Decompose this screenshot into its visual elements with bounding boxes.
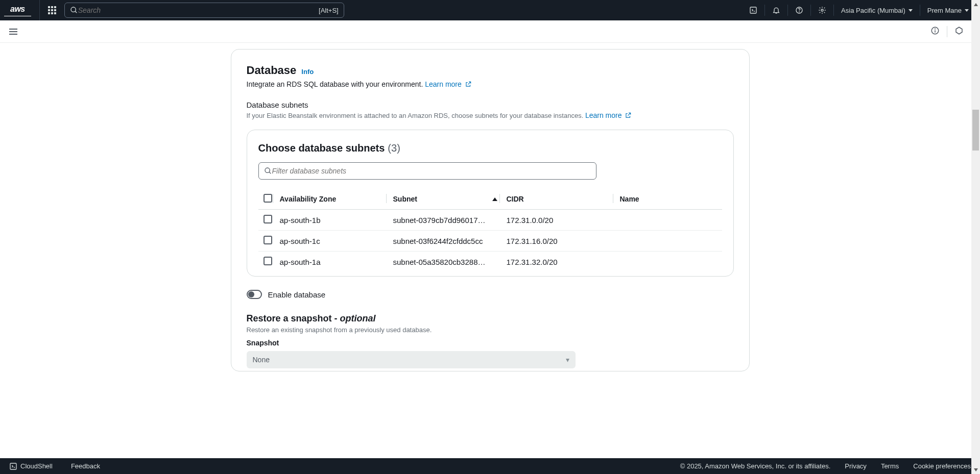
- database-card: Database Info Integrate an RDS SQL datab…: [231, 49, 750, 371]
- notifications-icon[interactable]: [765, 0, 787, 20]
- cell-name: [620, 210, 722, 231]
- terminal-icon: [9, 462, 17, 470]
- cloudshell-icon[interactable]: [742, 0, 764, 20]
- copyright: © 2025, Amazon Web Services, Inc. or its…: [680, 462, 831, 470]
- panel-title: Choose database subnets: [258, 142, 385, 154]
- search-icon: [264, 167, 272, 175]
- privacy-link[interactable]: Privacy: [845, 462, 867, 470]
- vertical-scrollbar[interactable]: [971, 0, 980, 474]
- svg-line-1: [75, 11, 77, 13]
- chevron-down-icon: [965, 9, 969, 12]
- chevron-down-icon: [909, 9, 913, 12]
- snapshot-label: Snapshot: [247, 339, 734, 347]
- svg-marker-10: [956, 27, 962, 34]
- cell-subnet: subnet-03f6244f2cfddc5cc: [393, 231, 507, 252]
- info-icon[interactable]: [923, 26, 947, 37]
- snapshot-select[interactable]: None ▾: [247, 351, 576, 368]
- subnets-learn-more-link[interactable]: Learn more: [585, 111, 622, 119]
- scroll-up-arrow[interactable]: [971, 0, 980, 9]
- choose-subnets-panel: Choose database subnets (3) Availability…: [247, 130, 734, 277]
- subnets-label: Database subnets: [247, 101, 734, 109]
- service-toolbar: [0, 20, 980, 43]
- svg-point-11: [265, 168, 270, 172]
- scrollbar-thumb[interactable]: [972, 110, 979, 151]
- cell-subnet: subnet-05a35820cb3288…: [393, 252, 507, 272]
- col-subnet[interactable]: Subnet: [393, 189, 507, 210]
- row-checkbox[interactable]: [264, 257, 272, 265]
- col-name[interactable]: Name: [620, 189, 722, 210]
- region-selector[interactable]: Asia Pacific (Mumbai): [834, 0, 920, 20]
- col-cidr[interactable]: CIDR: [507, 189, 620, 210]
- cell-name: [620, 252, 722, 272]
- svg-line-12: [269, 172, 271, 173]
- svg-point-5: [799, 12, 800, 12]
- card-title: Database: [247, 64, 297, 77]
- info-link[interactable]: Info: [301, 68, 314, 76]
- table-row: ap-south-1csubnet-03f6244f2cfddc5cc172.3…: [258, 231, 722, 252]
- settings-icon[interactable]: [811, 0, 833, 20]
- snapshot-value: None: [253, 356, 270, 364]
- external-link-icon: [625, 112, 632, 120]
- topnav-right: Asia Pacific (Mumbai) Prem Mane: [742, 0, 976, 20]
- external-link-icon: [465, 81, 472, 89]
- svg-point-6: [821, 9, 823, 11]
- cell-name: [620, 231, 722, 252]
- row-checkbox[interactable]: [264, 236, 272, 244]
- select-all-checkbox[interactable]: [264, 194, 272, 203]
- learn-more-link[interactable]: Learn more: [425, 80, 462, 88]
- search-input[interactable]: [78, 6, 319, 14]
- svg-point-0: [71, 7, 76, 12]
- filter-input-wrap[interactable]: [258, 162, 596, 180]
- cell-az: ap-south-1a: [280, 252, 393, 272]
- filter-input[interactable]: [272, 167, 591, 175]
- subnets-table: Availability Zone Subnet CIDR Name ap-so…: [258, 189, 722, 272]
- row-checkbox[interactable]: [264, 215, 272, 223]
- cookie-preferences-link[interactable]: Cookie preferences: [913, 462, 971, 470]
- svg-point-9: [935, 29, 936, 29]
- svg-marker-15: [974, 3, 978, 6]
- cell-subnet: subnet-0379cb7dd96017…: [393, 210, 507, 231]
- cell-az: ap-south-1c: [280, 231, 393, 252]
- table-row: ap-south-1asubnet-05a35820cb3288…172.31.…: [258, 252, 722, 272]
- cell-cidr: 172.31.32.0/20: [507, 252, 620, 272]
- table-row: ap-south-1bsubnet-0379cb7dd96017…172.31.…: [258, 210, 722, 231]
- sidebar-toggle-icon[interactable]: [9, 29, 17, 35]
- aws-logo[interactable]: aws: [4, 0, 40, 20]
- cell-az: ap-south-1b: [280, 210, 393, 231]
- main-content: Database Info Integrate an RDS SQL datab…: [0, 43, 980, 371]
- enable-database-toggle[interactable]: [247, 290, 262, 299]
- hexagon-icon[interactable]: [947, 26, 971, 37]
- feedback-link[interactable]: Feedback: [71, 462, 100, 470]
- scroll-down-arrow[interactable]: [971, 465, 980, 474]
- sort-asc-icon: [492, 197, 497, 201]
- subnets-help: If your Elastic Beanstalk environment is…: [247, 111, 734, 120]
- terms-link[interactable]: Terms: [881, 462, 899, 470]
- global-search[interactable]: [Alt+S]: [64, 3, 344, 18]
- panel-count: (3): [388, 142, 400, 154]
- enable-database-label: Enable database: [268, 290, 326, 299]
- search-shortcut: [Alt+S]: [319, 7, 339, 14]
- svg-marker-16: [974, 468, 978, 471]
- console-footer: CloudShell Feedback © 2025, Amazon Web S…: [0, 458, 980, 474]
- cell-cidr: 172.31.0.0/20: [507, 210, 620, 231]
- cloudshell-button[interactable]: CloudShell: [9, 462, 53, 470]
- card-description: Integrate an RDS SQL database with your …: [247, 80, 734, 89]
- help-icon[interactable]: [788, 0, 810, 20]
- chevron-down-icon: ▾: [566, 356, 569, 364]
- cell-cidr: 172.31.16.0/20: [507, 231, 620, 252]
- global-nav: aws [Alt+S] Asia Pacific (Mumbai) Prem M…: [0, 0, 980, 20]
- account-menu[interactable]: Prem Mane: [920, 0, 976, 20]
- restore-snapshot-title: Restore a snapshot - optional: [247, 313, 734, 324]
- services-menu-icon[interactable]: [48, 6, 56, 14]
- col-availability-zone[interactable]: Availability Zone: [280, 189, 393, 210]
- restore-help: Restore an existing snapshot from a prev…: [247, 326, 734, 334]
- search-icon: [70, 6, 78, 14]
